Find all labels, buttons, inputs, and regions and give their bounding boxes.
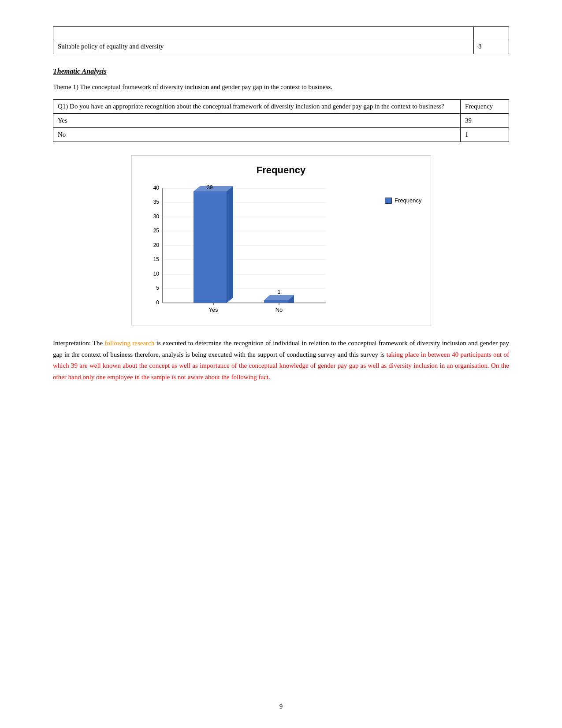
y-label-0: 0 bbox=[156, 299, 159, 306]
x-label-yes: Yes bbox=[208, 306, 218, 313]
theme1-paragraph: Theme 1) The conceptual framework of div… bbox=[53, 82, 509, 92]
bar-yes bbox=[194, 191, 227, 303]
q1-no-row: No 1 bbox=[53, 128, 509, 142]
frequency-chart: Frequency bbox=[131, 155, 431, 325]
thematic-analysis-heading: Thematic Analysis bbox=[53, 67, 509, 75]
chart-inner: 0 5 10 15 20 25 30 35 40 bbox=[141, 184, 377, 321]
table-row-policy: Suitable policy of equality and diversit… bbox=[53, 39, 509, 54]
empty-cell-2 bbox=[474, 27, 509, 39]
y-label-5: 5 bbox=[156, 285, 159, 291]
y-label-35: 35 bbox=[153, 199, 159, 205]
q1-no-label: No bbox=[53, 128, 461, 142]
y-label-15: 15 bbox=[153, 256, 159, 262]
policy-value: 8 bbox=[474, 39, 509, 54]
chart-title: Frequency bbox=[141, 164, 422, 176]
legend-item-frequency: Frequency bbox=[385, 197, 421, 204]
x-label-no: No bbox=[275, 306, 283, 313]
q1-table: Q1) Do you have an appropriate recogniti… bbox=[53, 99, 509, 142]
chart-area: 0 5 10 15 20 25 30 35 40 bbox=[141, 184, 422, 321]
chart-legend: Frequency bbox=[377, 184, 421, 204]
q1-yes-row: Yes 39 bbox=[53, 114, 509, 128]
page: Suitable policy of equality and diversit… bbox=[0, 0, 562, 728]
policy-label: Suitable policy of equality and diversit… bbox=[53, 39, 474, 54]
legend-label-frequency: Frequency bbox=[395, 197, 421, 204]
q1-yes-label: Yes bbox=[53, 114, 461, 128]
legend-box-frequency bbox=[385, 198, 392, 204]
empty-cell-1 bbox=[53, 27, 474, 39]
q1-yes-value: 39 bbox=[461, 114, 509, 128]
q1-question-header: Q1) Do you have an appropriate recogniti… bbox=[53, 100, 461, 114]
interpretation-paragraph: Interpretation: The following research i… bbox=[53, 338, 509, 383]
table-row-empty bbox=[53, 27, 509, 39]
interpretation-prefix: Interpretation: The bbox=[53, 340, 105, 347]
y-label-30: 30 bbox=[153, 213, 159, 220]
q1-frequency-header: Frequency bbox=[461, 100, 509, 114]
bar-no-label: 1 bbox=[277, 289, 280, 295]
bar-no bbox=[264, 300, 288, 303]
y-label-10: 10 bbox=[153, 271, 159, 277]
chart-svg: 0 5 10 15 20 25 30 35 40 bbox=[141, 184, 352, 321]
interpretation-highlight-orange: following research bbox=[105, 340, 155, 347]
bar-yes-top bbox=[194, 186, 233, 191]
q1-header-row: Q1) Do you have an appropriate recogniti… bbox=[53, 100, 509, 114]
bar-yes-label: 39 bbox=[207, 184, 213, 190]
q1-no-value: 1 bbox=[461, 128, 509, 142]
top-table: Suitable policy of equality and diversit… bbox=[53, 26, 509, 54]
bar-yes-side bbox=[227, 186, 233, 303]
page-number: 9 bbox=[0, 703, 562, 710]
y-label-25: 25 bbox=[153, 228, 159, 234]
y-label-40: 40 bbox=[153, 185, 159, 191]
y-label-20: 20 bbox=[153, 242, 159, 248]
